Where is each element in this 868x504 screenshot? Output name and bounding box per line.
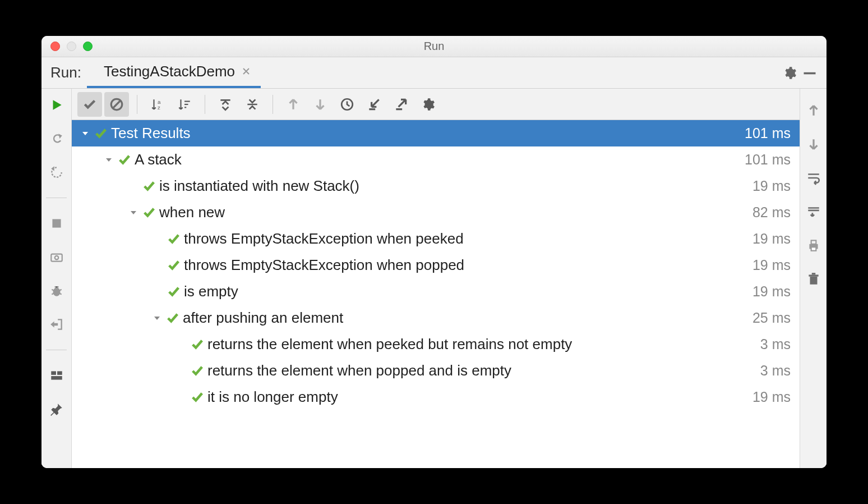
node-label: throws EmptyStackException when peeked xyxy=(182,230,752,248)
pass-icon xyxy=(117,154,132,166)
chevron-down-icon[interactable] xyxy=(101,155,117,164)
svg-rect-13 xyxy=(184,107,186,108)
import-button[interactable] xyxy=(362,92,386,117)
rerun-button[interactable] xyxy=(46,94,67,116)
pass-icon xyxy=(190,391,205,404)
pass-icon xyxy=(166,259,182,272)
node-label: A stack xyxy=(132,151,745,168)
exit-button[interactable] xyxy=(46,314,67,335)
sort-duration-button[interactable] xyxy=(172,92,197,117)
svg-point-3 xyxy=(54,256,58,260)
rerun-failed-button[interactable] xyxy=(46,162,67,183)
close-window-button[interactable] xyxy=(50,42,60,51)
tree-row[interactable]: when new 82 ms xyxy=(72,199,800,226)
chevron-down-icon[interactable] xyxy=(126,208,141,217)
tool-settings-icon[interactable] xyxy=(779,63,800,83)
prev-failed-button[interactable] xyxy=(281,92,306,117)
chevron-down-icon[interactable] xyxy=(77,129,93,138)
svg-rect-18 xyxy=(810,277,817,285)
tree-row[interactable]: is empty 19 ms xyxy=(72,278,800,305)
svg-rect-0 xyxy=(804,72,816,74)
svg-rect-20 xyxy=(811,273,815,274)
test-tree[interactable]: Test Results 101 ms A stack 101 ms is in… xyxy=(72,120,800,468)
pass-icon xyxy=(93,127,109,140)
tree-row[interactable]: throws EmptyStackException when peeked 1… xyxy=(72,226,800,252)
node-time: 19 ms xyxy=(752,178,791,194)
minimize-window-button[interactable] xyxy=(67,42,76,51)
tree-row[interactable]: returns the element when popped and is e… xyxy=(72,358,800,384)
node-label: returns the element when popped and is e… xyxy=(205,362,760,379)
tree-row[interactable]: A stack 101 ms xyxy=(72,146,800,173)
svg-rect-16 xyxy=(811,240,816,244)
hide-tool-icon[interactable] xyxy=(800,63,820,83)
tree-row[interactable]: throws EmptyStackException when popped 1… xyxy=(72,252,800,278)
svg-rect-7 xyxy=(51,376,62,380)
node-label: it is no longer empty xyxy=(205,388,752,406)
tree-row[interactable]: returns the element when peeked but rema… xyxy=(72,331,800,358)
svg-text:z: z xyxy=(158,104,160,110)
node-time: 3 ms xyxy=(760,363,791,379)
tree-root-row[interactable]: Test Results 101 ms xyxy=(72,120,800,146)
print-button[interactable] xyxy=(803,235,824,256)
pass-icon xyxy=(141,180,157,193)
dump-threads-button[interactable] xyxy=(46,246,67,268)
pin-button[interactable] xyxy=(46,398,67,420)
sort-alpha-button[interactable]: az xyxy=(145,92,170,117)
pass-icon xyxy=(166,286,182,298)
node-label: is empty xyxy=(182,283,752,300)
debug-button[interactable] xyxy=(46,280,67,301)
node-time: 82 ms xyxy=(752,204,791,221)
tree-row[interactable]: it is no longer empty 19 ms xyxy=(72,384,800,410)
node-time: 19 ms xyxy=(752,231,791,247)
node-label: after pushing an element xyxy=(181,309,752,327)
tree-row[interactable]: is instantiated with new Stack() 19 ms xyxy=(72,173,800,199)
svg-rect-2 xyxy=(51,254,62,262)
clear-all-button[interactable] xyxy=(803,268,824,290)
node-time: 19 ms xyxy=(752,257,791,273)
left-toolbar xyxy=(41,89,72,468)
right-toolbar xyxy=(800,89,827,468)
svg-rect-1 xyxy=(52,219,61,227)
tool-label: Run: xyxy=(48,64,87,81)
soft-wrap-button[interactable] xyxy=(803,167,824,189)
scroll-down-button[interactable] xyxy=(803,134,824,155)
node-label: returns the element when peeked but rema… xyxy=(205,336,760,353)
node-time: 19 ms xyxy=(752,283,791,300)
svg-rect-12 xyxy=(184,103,188,104)
next-failed-button[interactable] xyxy=(308,92,333,117)
export-button[interactable] xyxy=(389,92,413,117)
collapse-all-button[interactable] xyxy=(240,92,265,117)
toggle-auto-test-button[interactable] xyxy=(46,128,67,149)
show-passed-button[interactable] xyxy=(77,92,102,117)
run-config-tab[interactable]: TestingAStackDemo xyxy=(87,57,261,88)
test-settings-button[interactable] xyxy=(415,92,440,117)
node-time: 101 ms xyxy=(745,152,791,168)
zoom-window-button[interactable] xyxy=(83,42,93,51)
tool-header: Run: TestingAStackDemo xyxy=(41,57,827,89)
pass-icon xyxy=(166,233,182,245)
pass-icon xyxy=(190,338,205,351)
svg-rect-11 xyxy=(184,100,190,102)
node-time: 3 ms xyxy=(760,336,791,352)
node-label: Test Results xyxy=(109,125,745,142)
window-title: Run xyxy=(41,40,827,53)
show-ignored-button[interactable] xyxy=(104,92,129,117)
node-label: throws EmptyStackException when popped xyxy=(182,256,752,274)
svg-rect-6 xyxy=(57,371,62,375)
test-history-button[interactable] xyxy=(335,92,359,117)
tree-row[interactable]: after pushing an element 25 ms xyxy=(72,305,800,331)
run-tool-window: Run Run: TestingAStackDemo xyxy=(41,36,827,468)
pass-icon xyxy=(190,365,205,377)
node-time: 25 ms xyxy=(752,310,791,326)
node-label: is instantiated with new Stack() xyxy=(157,177,752,195)
expand-all-button[interactable] xyxy=(213,92,238,117)
layout-button[interactable] xyxy=(46,365,67,386)
scroll-to-end-button[interactable] xyxy=(803,201,824,222)
node-time: 19 ms xyxy=(752,389,791,405)
chevron-down-icon[interactable] xyxy=(149,314,165,323)
node-time: 101 ms xyxy=(745,125,791,141)
close-tab-icon[interactable] xyxy=(242,65,251,79)
stop-button[interactable] xyxy=(46,213,67,234)
scroll-up-button[interactable] xyxy=(803,100,824,121)
pass-icon xyxy=(141,207,157,219)
